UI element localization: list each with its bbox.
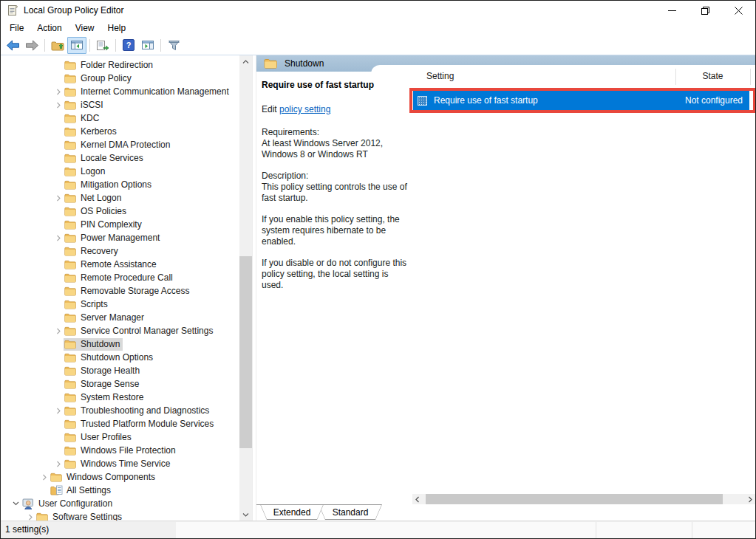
tree-item-body[interactable]: Mitigation Options — [64, 179, 154, 191]
tree-item-body[interactable]: Windows File Protection — [64, 444, 179, 457]
tree-item-software-settings[interactable]: Software Settings — [1, 510, 239, 521]
tree-item-body[interactable]: Shutdown Options — [64, 351, 156, 364]
tree-item-iscsi[interactable]: iSCSI — [1, 98, 239, 111]
tree-item-body[interactable]: iSCSI — [64, 99, 106, 111]
tree-item-shutdown-options[interactable]: Shutdown Options — [1, 351, 239, 364]
tree-item-body[interactable]: Kerberos — [64, 126, 120, 138]
scroll-up-arrow-icon[interactable] — [239, 55, 252, 68]
tree-item-storage-sense[interactable]: Storage Sense — [1, 377, 239, 391]
tree-scrollbar-thumb[interactable] — [239, 256, 252, 448]
tree-item-net-logon[interactable]: Net Logon — [1, 191, 239, 205]
tree-item-mitigation-options[interactable]: Mitigation Options — [1, 178, 239, 191]
show-console-tree-button[interactable] — [67, 37, 86, 54]
tree-item-body[interactable]: Storage Sense — [64, 378, 142, 391]
help-button[interactable]: ? — [119, 37, 138, 54]
restore-button[interactable] — [689, 1, 722, 20]
tree-item-body[interactable]: Remote Assistance — [64, 258, 160, 271]
tree-item-power-management[interactable]: Power Management — [1, 231, 239, 244]
tree-item-body[interactable]: PIN Complexity — [64, 219, 145, 231]
tree-item-body[interactable]: Server Manager — [64, 312, 147, 324]
menu-item-help[interactable]: Help — [101, 21, 133, 35]
tree-item-body[interactable]: Scripts — [64, 298, 111, 311]
tree-item-trusted-platform-module-services[interactable]: Trusted Platform Module Services — [1, 417, 239, 430]
tree-item-body[interactable]: Software Settings — [35, 511, 125, 521]
tree-item-user-configuration[interactable]: User Configuration — [1, 497, 239, 510]
chevron-right-icon[interactable] — [24, 510, 35, 521]
tree-item-removable-storage-access[interactable]: Removable Storage Access — [1, 284, 239, 298]
export-list-button[interactable] — [93, 37, 112, 54]
chevron-right-icon[interactable] — [52, 457, 64, 470]
list-horizontal-scrollbar[interactable] — [412, 494, 755, 504]
tree-item-locale-services[interactable]: Locale Services — [1, 151, 239, 165]
tree-item-kerberos[interactable]: Kerberos — [1, 125, 239, 138]
tree-item-body[interactable]: Folder Redirection — [64, 59, 156, 72]
tree-item-body[interactable]: Recovery — [64, 245, 121, 258]
tree-item-body[interactable]: Net Logon — [64, 192, 124, 205]
tree-item-group-policy[interactable]: Group Policy — [1, 72, 239, 85]
tree-item-body[interactable]: Windows Time Service — [64, 458, 173, 470]
tree-item-internet-communication-management[interactable]: Internet Communication Management — [1, 85, 239, 98]
tree-item-body[interactable]: KDC — [64, 112, 102, 125]
tree-item-body[interactable]: Storage Health — [64, 365, 143, 377]
tree-item-body[interactable]: Windows Components — [50, 471, 158, 484]
chevron-right-icon[interactable] — [52, 404, 64, 417]
tree-item-recovery[interactable]: Recovery — [1, 244, 239, 258]
filter-button[interactable] — [164, 37, 183, 54]
tree-item-body[interactable]: Shutdown — [64, 338, 123, 351]
up-one-level-button[interactable] — [48, 37, 67, 54]
menu-item-file[interactable]: File — [3, 21, 30, 35]
show-action-pane-button[interactable] — [138, 37, 157, 54]
tree-item-logon[interactable]: Logon — [1, 165, 239, 178]
tree-item-body[interactable]: User Profiles — [64, 431, 134, 444]
tree-item-body[interactable]: Locale Services — [64, 152, 146, 165]
chevron-right-icon[interactable] — [52, 85, 64, 98]
scroll-left-arrow-icon[interactable] — [412, 494, 423, 504]
tree-item-system-restore[interactable]: System Restore — [1, 391, 239, 404]
tab-extended[interactable]: Extended — [260, 504, 324, 520]
menu-item-action[interactable]: Action — [30, 21, 68, 35]
tree-item-server-manager[interactable]: Server Manager — [1, 311, 239, 324]
tree-item-all-settings[interactable]: All Settings — [1, 484, 239, 497]
tree-item-body[interactable]: Removable Storage Access — [64, 285, 192, 298]
tree-item-windows-time-service[interactable]: Windows Time Service — [1, 457, 239, 470]
tree-item-body[interactable]: Internet Communication Management — [64, 86, 232, 98]
tree-item-body[interactable]: System Restore — [64, 391, 146, 404]
tree-item-user-profiles[interactable]: User Profiles — [1, 430, 239, 444]
tree-item-body[interactable]: Logon — [64, 165, 108, 178]
chevron-right-icon[interactable] — [52, 324, 64, 337]
back-button[interactable] — [3, 37, 22, 54]
tree-item-body[interactable]: Trusted Platform Module Services — [64, 418, 217, 430]
tree-item-pin-complexity[interactable]: PIN Complexity — [1, 218, 239, 231]
tree-item-body[interactable]: User Configuration — [21, 498, 115, 510]
tree-item-body[interactable]: Kernel DMA Protection — [64, 139, 173, 151]
chevron-right-icon[interactable] — [52, 191, 64, 205]
scroll-right-arrow-icon[interactable] — [745, 494, 755, 504]
minimize-button[interactable] — [655, 1, 689, 20]
chevron-right-icon[interactable] — [38, 470, 50, 484]
chevron-right-icon[interactable] — [52, 231, 64, 244]
tree-vertical-scrollbar[interactable] — [239, 55, 252, 521]
column-header-state[interactable]: State — [675, 71, 750, 87]
menu-item-view[interactable]: View — [69, 21, 101, 35]
tree-item-body[interactable]: Remote Procedure Call — [64, 272, 176, 284]
tree-item-storage-health[interactable]: Storage Health — [1, 364, 239, 377]
tree-item-body[interactable]: Service Control Manager Settings — [64, 325, 216, 337]
chevron-right-icon[interactable] — [52, 98, 64, 111]
tree-item-os-policies[interactable]: OS Policies — [1, 205, 239, 218]
tree-item-body[interactable]: OS Policies — [64, 205, 129, 218]
tree-item-remote-procedure-call[interactable]: Remote Procedure Call — [1, 271, 239, 284]
tree-item-windows-components[interactable]: Windows Components — [1, 470, 239, 484]
list-scrollbar-thumb[interactable] — [426, 494, 723, 504]
tree-item-body[interactable]: Group Policy — [64, 72, 134, 85]
tree-item-kernel-dma-protection[interactable]: Kernel DMA Protection — [1, 138, 239, 151]
tree-item-folder-redirection[interactable]: Folder Redirection — [1, 58, 239, 72]
tree-item-body[interactable]: All Settings — [50, 484, 114, 497]
tree-item-body[interactable]: Power Management — [64, 232, 163, 244]
chevron-down-icon[interactable] — [10, 497, 21, 510]
tree-item-remote-assistance[interactable]: Remote Assistance — [1, 258, 239, 271]
tree-item-troubleshooting-and-diagnostics[interactable]: Troubleshooting and Diagnostics — [1, 404, 239, 417]
tree-item-windows-file-protection[interactable]: Windows File Protection — [1, 444, 239, 457]
column-divider[interactable] — [675, 69, 676, 85]
tree-item-kdc[interactable]: KDC — [1, 111, 239, 125]
tree-item-scripts[interactable]: Scripts — [1, 298, 239, 311]
